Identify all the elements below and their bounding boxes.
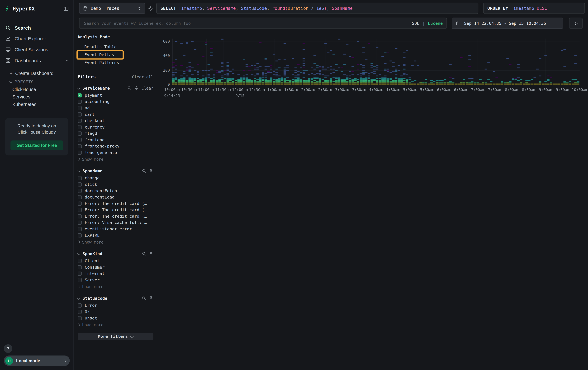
- checkbox[interactable]: [78, 201, 82, 206]
- filter-item[interactable]: Error: Visa cache full: …: [78, 220, 153, 226]
- analysis-mode-option[interactable]: Results Table: [78, 43, 153, 51]
- filter-item[interactable]: ad: [78, 105, 153, 111]
- pin-icon[interactable]: [149, 169, 153, 173]
- checkbox[interactable]: [78, 227, 82, 231]
- filter-item[interactable]: Ok: [78, 309, 153, 315]
- language-toggle-lucene[interactable]: Lucene: [428, 21, 443, 26]
- search-icon[interactable]: [127, 86, 132, 90]
- search-input[interactable]: [83, 20, 409, 26]
- sidebar-item-chart-explorer[interactable]: Chart Explorer: [0, 33, 74, 44]
- sidebar-item-client-sessions[interactable]: Client Sessions: [0, 44, 74, 55]
- filter-item[interactable]: frontend: [78, 137, 153, 143]
- checkbox[interactable]: [78, 182, 82, 187]
- checkbox[interactable]: [78, 150, 82, 155]
- filter-item[interactable]: Internal: [78, 270, 153, 277]
- sidebar-preset-services[interactable]: Services: [0, 93, 74, 101]
- order-by-editor[interactable]: ORDER BY Timestamp DESC: [483, 3, 585, 14]
- pin-icon[interactable]: [149, 251, 153, 256]
- filter-item[interactable]: documentLoad: [78, 194, 153, 200]
- analysis-mode-option[interactable]: Event Deltas: [78, 51, 153, 59]
- checkbox[interactable]: [78, 125, 82, 129]
- analysis-mode-option[interactable]: Event Patterns: [78, 59, 153, 67]
- date-range-picker[interactable]: Sep 14 22:04:35 - Sep 15 10:04:35: [452, 18, 563, 29]
- search-icon[interactable]: [142, 251, 146, 256]
- checkbox[interactable]: [78, 316, 82, 320]
- checkbox[interactable]: [78, 176, 82, 180]
- filter-item[interactable]: flagd: [78, 130, 153, 137]
- checkbox[interactable]: [78, 144, 82, 148]
- source-select[interactable]: Demo Traces: [79, 3, 145, 14]
- checkbox[interactable]: [78, 208, 82, 212]
- gear-icon[interactable]: [147, 5, 153, 11]
- filter-item[interactable]: EXPIRE: [78, 232, 153, 239]
- checkbox[interactable]: [78, 138, 82, 142]
- checkbox[interactable]: [78, 93, 82, 98]
- filter-item[interactable]: load-generator: [78, 150, 153, 156]
- filter-item[interactable]: frontend-proxy: [78, 143, 153, 150]
- sidebar-item-dashboards[interactable]: Dashboards: [0, 55, 74, 66]
- chevron-down-icon[interactable]: [77, 297, 80, 300]
- presets-toggle[interactable]: PRESETS: [0, 78, 74, 86]
- filter-item[interactable]: change: [78, 175, 153, 181]
- pin-icon[interactable]: [135, 86, 139, 90]
- clear-all-button[interactable]: Clear all: [132, 74, 153, 79]
- checkbox[interactable]: [78, 119, 82, 123]
- heatmap-canvas[interactable]: [172, 39, 580, 85]
- sidebar-preset-clickhouse[interactable]: ClickHouse: [0, 86, 74, 93]
- chevron-down-icon[interactable]: [77, 169, 80, 172]
- checkbox[interactable]: [78, 271, 82, 276]
- sidebar-item-search[interactable]: Search: [0, 22, 74, 33]
- filter-item[interactable]: documentFetch: [78, 188, 153, 194]
- chevron-down-icon[interactable]: [77, 252, 80, 255]
- checkbox[interactable]: [78, 310, 82, 314]
- checkbox[interactable]: [78, 189, 82, 193]
- checkbox[interactable]: [78, 303, 82, 308]
- user-menu[interactable]: U Local mode: [4, 356, 70, 366]
- filter-item[interactable]: accounting: [78, 99, 153, 105]
- sidebar-preset-kubernetes[interactable]: Kubernetes: [0, 101, 74, 108]
- checkbox[interactable]: [78, 278, 82, 282]
- filter-item[interactable]: Error: [78, 302, 153, 309]
- show-more-button[interactable]: Show more: [78, 156, 153, 162]
- checkbox[interactable]: [78, 106, 82, 110]
- search-icon[interactable]: [142, 169, 146, 173]
- checkbox[interactable]: [78, 259, 82, 263]
- filter-item[interactable]: Unset: [78, 315, 153, 321]
- filter-item[interactable]: payment: [78, 92, 153, 99]
- filter-item[interactable]: click: [78, 181, 153, 188]
- show-more-button[interactable]: Load more: [78, 321, 153, 328]
- filter-item[interactable]: Error: The credit card (…: [78, 207, 153, 213]
- show-more-button[interactable]: Show more: [78, 239, 153, 245]
- filter-item[interactable]: Consumer: [78, 264, 153, 270]
- filter-item[interactable]: Error: The credit card (…: [78, 200, 153, 207]
- create-dashboard-button[interactable]: + Create Dashboard: [0, 69, 74, 78]
- checkbox[interactable]: [78, 214, 82, 219]
- sidebar-collapse-icon[interactable]: [63, 6, 69, 11]
- filter-item[interactable]: Server: [78, 277, 153, 283]
- filter-item[interactable]: currency: [78, 124, 153, 130]
- search-icon[interactable]: [142, 296, 146, 300]
- checkbox[interactable]: [78, 131, 82, 136]
- chevron-down-icon[interactable]: [77, 86, 80, 90]
- filter-item[interactable]: Error: The credit card (…: [78, 213, 153, 220]
- clear-filter-button[interactable]: Clear: [142, 86, 153, 90]
- help-button[interactable]: ?: [4, 344, 12, 353]
- run-query-button[interactable]: [569, 18, 583, 29]
- checkbox[interactable]: [78, 220, 82, 225]
- checkbox[interactable]: [78, 195, 82, 199]
- show-more-button[interactable]: Load more: [78, 283, 153, 290]
- sql-query-editor[interactable]: SELECT Timestamp, ServiceName, StatusCod…: [156, 3, 478, 14]
- filter-item[interactable]: eventListener.error: [78, 226, 153, 232]
- language-toggle-sql[interactable]: SQL: [412, 21, 419, 26]
- filter-item[interactable]: cart: [78, 111, 153, 118]
- checkbox[interactable]: [78, 265, 82, 270]
- filter-item[interactable]: checkout: [78, 118, 153, 124]
- more-filters-button[interactable]: More filters: [78, 333, 153, 340]
- pin-icon[interactable]: [149, 296, 153, 300]
- checkbox[interactable]: [78, 233, 82, 238]
- filter-item[interactable]: Client: [78, 258, 153, 264]
- checkbox[interactable]: [78, 112, 82, 117]
- checkbox[interactable]: [78, 100, 82, 104]
- y-axis-tick-label: 200: [158, 68, 170, 72]
- get-started-button[interactable]: Get Started for Free: [10, 140, 63, 150]
